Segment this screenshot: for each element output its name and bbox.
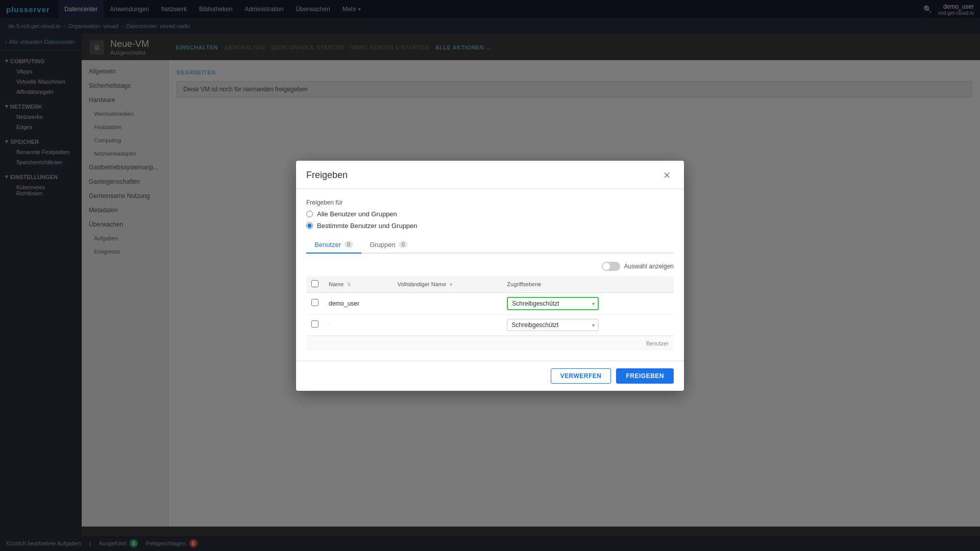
freigeben-fuer-label: Freigeben für	[306, 199, 674, 206]
col-name[interactable]: Name ⇅	[324, 276, 393, 293]
radio-specific-label[interactable]: Bestimmte Benutzer und Gruppen	[306, 222, 674, 230]
row-fullname-1	[393, 314, 502, 335]
tab-gruppen[interactable]: Gruppen 0	[361, 237, 416, 254]
row-name-1: ·	[324, 314, 393, 335]
access-select-wrapper-1: Schreibgeschützt Vollzugriff	[507, 319, 599, 331]
auswahl-toggle[interactable]	[602, 262, 620, 271]
tab-gruppen-badge: 0	[399, 241, 408, 248]
tab-benutzer[interactable]: Benutzer 0	[306, 237, 361, 254]
modal-header: Freigeben ✕	[296, 161, 684, 189]
row-fullname-0	[393, 292, 502, 314]
radio-all-input[interactable]	[306, 211, 313, 217]
col-fullname: Vollständiger Name ▾	[393, 276, 502, 293]
row-checkbox-0[interactable]	[311, 299, 318, 306]
radio-all-label[interactable]: Alle Benutzer und Gruppen	[306, 210, 674, 218]
table-footer: Benutzer	[306, 336, 674, 350]
table-row: demo_user Schreibgeschützt Vollzugriff	[306, 292, 674, 314]
access-select-wrapper-0: Schreibgeschützt Vollzugriff	[507, 297, 599, 310]
share-table: Name ⇅ Vollständiger Name ▾ Zugriffseben…	[306, 276, 674, 336]
modal-body: Freigeben für Alle Benutzer und Gruppen …	[296, 189, 684, 361]
toggle-label: Auswahl anzeigen	[624, 263, 674, 270]
table-row: · Schreibgeschützt Vollzugriff	[306, 314, 674, 335]
select-all-checkbox[interactable]	[311, 280, 318, 287]
col-access: Zugriffsebene	[502, 276, 674, 293]
verwerfen-button[interactable]: VERWERFEN	[551, 368, 611, 384]
table-header: Name ⇅ Vollständiger Name ▾ Zugriffseben…	[306, 276, 674, 293]
row-access-0: Schreibgeschützt Vollzugriff	[502, 292, 674, 314]
modal-tabs: Benutzer 0 Gruppen 0	[306, 237, 674, 254]
modal-footer: VERWERFEN FREIGEBEN	[296, 361, 684, 391]
freigeben-fuer-group: Freigeben für Alle Benutzer und Gruppen …	[306, 199, 674, 230]
access-select-1[interactable]: Schreibgeschützt Vollzugriff	[507, 319, 599, 331]
toggle-row: Auswahl anzeigen	[306, 262, 674, 271]
modal-title: Freigeben	[306, 170, 348, 181]
tab-benutzer-badge: 0	[344, 241, 353, 248]
modal-close-button[interactable]: ✕	[660, 170, 674, 181]
freigeben-button[interactable]: FREIGEBEN	[616, 368, 674, 384]
modal-overlay: Freigeben ✕ Freigeben für Alle Benutzer …	[0, 0, 980, 536]
row-access-1: Schreibgeschützt Vollzugriff	[502, 314, 674, 335]
filter-icon[interactable]: ▾	[450, 282, 452, 287]
row-checkbox-1[interactable]	[311, 320, 318, 328]
table-body: demo_user Schreibgeschützt Vollzugriff	[306, 292, 674, 335]
sort-icon: ⇅	[347, 282, 351, 287]
row-name-0: demo_user	[324, 292, 393, 314]
radio-specific-input[interactable]	[306, 222, 313, 229]
freigeben-modal: Freigeben ✕ Freigeben für Alle Benutzer …	[296, 161, 684, 391]
access-select-0[interactable]: Schreibgeschützt Vollzugriff	[507, 297, 599, 310]
